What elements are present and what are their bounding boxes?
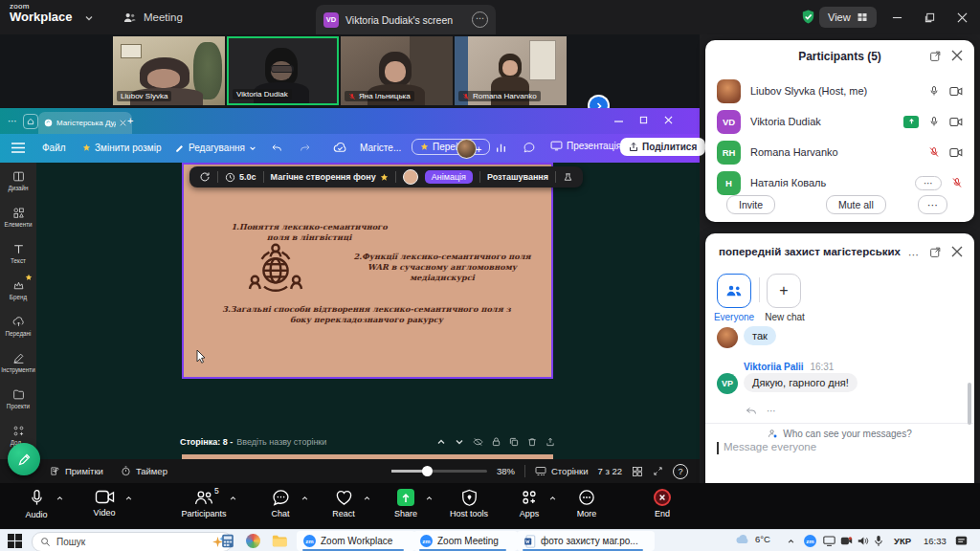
insights-chart-icon[interactable] [495, 142, 507, 154]
sender-name[interactable]: Viktoriia Palii [744, 362, 804, 372]
participant-row[interactable]: RH Romana Harvanko [717, 138, 963, 166]
taskbar-search[interactable]: Пошук [32, 532, 233, 551]
video-options-chevron[interactable] [124, 495, 133, 502]
weather-widget[interactable]: 6°C [735, 534, 770, 544]
camera-icon[interactable] [949, 117, 963, 127]
zoom-slider[interactable] [391, 470, 487, 473]
chat-scrollbar[interactable] [968, 383, 971, 425]
participants-more-button[interactable]: ⋯ [918, 195, 947, 214]
background-color-swatch[interactable] [403, 169, 418, 185]
notes-button[interactable]: Примітки [50, 466, 103, 476]
duration-control[interactable]: 5.0с [225, 172, 256, 183]
share-button[interactable]: Share [372, 489, 439, 518]
timer-button[interactable]: Таймер [121, 466, 167, 476]
close-chat-icon[interactable] [951, 246, 963, 257]
end-meeting-button[interactable]: End [629, 489, 696, 518]
redo-icon[interactable] [299, 143, 311, 154]
maximize-button[interactable] [913, 0, 946, 34]
lock-page-icon[interactable] [492, 437, 501, 447]
regenerate-icon[interactable] [199, 171, 211, 183]
share-options-chevron[interactable] [425, 495, 434, 502]
file-menu[interactable]: Файл [42, 143, 66, 153]
mic-icon[interactable] [928, 116, 940, 127]
workspace-chevron-icon[interactable] [84, 13, 94, 23]
privacy-note[interactable]: Who can see your messages? [705, 423, 974, 439]
participant-more-button[interactable]: ⋯ [915, 176, 942, 190]
tray-camera-icon[interactable] [840, 536, 853, 546]
user-avatar[interactable] [457, 139, 477, 159]
move-page-up-icon[interactable] [436, 437, 446, 447]
keyboard-language[interactable]: УКР [894, 536, 911, 546]
tab-meeting[interactable]: Meeting [122, 0, 183, 34]
chat-more-icon[interactable]: ⋯ [908, 249, 919, 261]
calculator-icon[interactable] [221, 534, 234, 548]
sidebar-item-elements[interactable]: Елементи [0, 199, 36, 235]
taskbar-app-word-doc[interactable]: фото захисту маг.ро... [517, 531, 655, 551]
chat-message-input[interactable] [722, 440, 946, 453]
canva-document-tab[interactable]: Магістерська Дуд... [38, 112, 132, 134]
video-tile-3[interactable]: Яна Ільницька [341, 36, 453, 105]
file-explorer-icon[interactable] [272, 534, 287, 547]
participant-row[interactable]: Liubov Slyvka (Host, me) [717, 77, 963, 105]
popout-icon[interactable] [929, 50, 942, 62]
chat-button[interactable]: Chat [247, 489, 314, 518]
move-page-down-icon[interactable] [455, 437, 464, 447]
participant-row[interactable]: VD Viktoria Dudiak [717, 107, 963, 136]
home-icon[interactable] [23, 114, 38, 129]
minimize-button[interactable] [880, 0, 913, 34]
start-button[interactable] [8, 534, 22, 548]
chat-message[interactable]: так [744, 326, 776, 345]
copilot-icon[interactable] [246, 534, 260, 548]
video-tile-2-active[interactable]: Viktoria Dudiak [227, 36, 339, 105]
pages-button[interactable]: Сторінки [535, 466, 589, 476]
chat-popout-icon[interactable] [929, 246, 942, 258]
layers-icon[interactable] [563, 172, 573, 183]
invite-button[interactable]: Invite [726, 195, 775, 214]
sidebar-item-design[interactable]: Дизайн [0, 163, 36, 199]
participant-row[interactable]: H Наталія Коваль ⋯ [717, 168, 963, 197]
document-name[interactable]: Магісте... [360, 143, 401, 153]
add-page-icon[interactable] [546, 437, 555, 447]
taskbar-app-zoom-meeting[interactable]: zm Zoom Meeting [413, 531, 518, 551]
participants-options-chevron[interactable] [229, 495, 237, 502]
editing-menu[interactable]: Редагування [175, 143, 256, 153]
help-icon[interactable]: ? [673, 464, 688, 479]
sidebar-item-uploads[interactable]: Передані [0, 308, 36, 344]
mic-off-icon[interactable] [928, 146, 940, 158]
message-more-icon[interactable]: ⋯ [767, 406, 776, 416]
more-button[interactable]: More [553, 489, 620, 518]
camera-icon[interactable] [949, 147, 963, 158]
sidebar-item-brand[interactable]: Бренд [0, 272, 36, 308]
tray-chevron-icon[interactable] [787, 538, 795, 545]
host-tools-button[interactable]: Host tools [435, 489, 502, 518]
taskbar-app-zoom-workplace[interactable]: zm Zoom Workplace [297, 531, 415, 551]
canva-maximize-icon[interactable] [639, 116, 648, 124]
grid-view-icon[interactable] [632, 466, 643, 477]
new-chat-button[interactable]: + [767, 274, 801, 308]
close-button[interactable] [946, 0, 978, 34]
view-button[interactable]: View [819, 7, 877, 28]
undo-icon[interactable] [271, 143, 283, 154]
camera-icon[interactable] [949, 86, 963, 97]
present-button[interactable]: Презентація [550, 141, 621, 151]
screen-tab-more-icon[interactable]: ⋯ [472, 11, 488, 28]
react-options-chevron[interactable] [363, 495, 371, 502]
tab-close-icon[interactable] [120, 120, 126, 126]
reply-icon[interactable] [746, 406, 757, 416]
mic-icon[interactable] [928, 85, 940, 97]
sidebar-item-tools[interactable]: Інструменти [0, 344, 36, 381]
close-participants-icon[interactable] [951, 50, 963, 61]
share-design-button[interactable]: Поділитися [620, 138, 705, 156]
slide-current[interactable]: 1.Поняття лексико-семантичного поля в лі… [182, 163, 553, 379]
delete-page-icon[interactable] [527, 437, 537, 447]
browser-menu-icon[interactable]: ⋯ [8, 116, 17, 126]
chat-options-chevron[interactable] [301, 495, 309, 502]
tray-mic-icon[interactable] [874, 535, 883, 547]
position-button[interactable]: Розташування [487, 172, 548, 182]
comments-icon[interactable] [523, 142, 536, 154]
fullscreen-icon[interactable] [653, 466, 663, 476]
chat-message[interactable]: Дякую, гарного дня! [744, 373, 858, 392]
participants-button[interactable]: 5 Participants [170, 489, 237, 518]
magic-background-button[interactable]: Магічне створення фону [271, 172, 389, 182]
page-title-placeholder[interactable]: Введіть назву сторінки [236, 437, 326, 447]
